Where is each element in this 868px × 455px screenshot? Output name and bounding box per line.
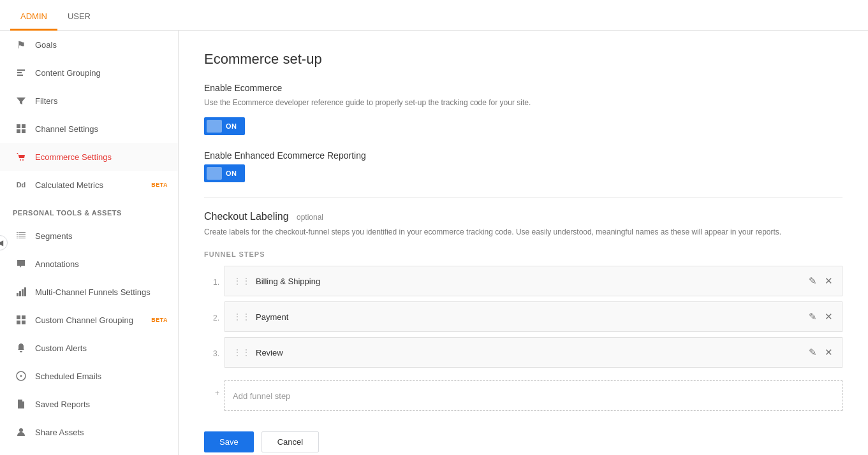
toggle-switch-ecommerce <box>207 120 222 133</box>
add-step-plus: + <box>204 389 219 398</box>
step-edit-button-2[interactable]: ✎ <box>807 310 818 324</box>
step-edit-button-1[interactable]: ✎ <box>807 274 818 288</box>
tab-user[interactable]: USER <box>57 4 101 31</box>
checkout-labeling-section: Checkout Labeling optional Create labels… <box>204 211 842 411</box>
drag-handle-3[interactable]: ⋮⋮ <box>233 347 251 358</box>
personal-tools-section-label: PERSONAL TOOLS & ASSETS <box>0 199 178 222</box>
content-grouping-icon <box>15 66 27 79</box>
sidebar-item-channel-settings[interactable]: Channel Settings <box>0 115 178 143</box>
enable-enhanced-toggle-container: ON <box>204 164 842 182</box>
svg-rect-13 <box>19 238 26 238</box>
sidebar-item-custom-alerts[interactable]: Custom Alerts <box>0 334 178 362</box>
sidebar-label-filters: Filters <box>35 96 168 106</box>
sidebar-item-annotations[interactable]: Annotations <box>0 250 178 278</box>
custom-channel-grouping-icon <box>15 314 27 326</box>
calculated-metrics-beta-badge: BETA <box>151 182 168 188</box>
sidebar-item-custom-channel-grouping[interactable]: Custom Channel Grouping BETA <box>0 306 178 334</box>
sidebar-label-scheduled-emails: Scheduled Emails <box>35 372 168 381</box>
ecommerce-settings-icon <box>15 150 27 163</box>
step-delete-button-1[interactable]: ✕ <box>823 274 834 288</box>
svg-rect-15 <box>19 291 21 296</box>
sidebar-label-custom-channel-grouping: Custom Channel Grouping <box>35 315 149 325</box>
save-button[interactable]: Save <box>204 431 254 452</box>
sidebar-item-goals[interactable]: ⚑ Goals <box>0 31 178 59</box>
svg-point-4 <box>20 159 21 161</box>
step-name-1: Billing & Shipping <box>256 277 807 286</box>
segments-icon <box>15 229 27 242</box>
sidebar-label-content-grouping: Content Grouping <box>35 68 168 78</box>
saved-reports-icon <box>15 398 27 410</box>
sidebar-item-saved-reports[interactable]: Saved Reports <box>0 390 178 418</box>
sidebar-label-saved-reports: Saved Reports <box>35 400 168 409</box>
funnel-step-row-1: 1. ⋮⋮ Billing & Shipping ✎ ✕ <box>204 266 842 299</box>
sidebar-item-segments[interactable]: Segments <box>0 222 178 250</box>
enable-ecommerce-section: Enable Ecommerce Use the Ecommerce devel… <box>204 83 842 135</box>
sidebar-item-content-grouping[interactable]: Content Grouping <box>0 59 178 87</box>
sidebar-label-share-assets: Share Assets <box>35 428 168 437</box>
sidebar-item-calculated-metrics[interactable]: Dd Calculated Metrics BETA <box>0 171 178 199</box>
svg-point-24 <box>19 428 23 432</box>
toggle-switch-enhanced <box>207 167 222 180</box>
sidebar-label-ecommerce-settings: Ecommerce Settings <box>35 152 168 162</box>
sidebar-item-scheduled-emails[interactable]: Scheduled Emails <box>0 362 178 390</box>
svg-rect-19 <box>22 315 26 319</box>
svg-rect-3 <box>22 129 26 133</box>
main-layout: ◀ ⚑ Goals Content Grouping Filters Chann… <box>0 31 868 455</box>
svg-point-5 <box>22 159 24 161</box>
cancel-button[interactable]: Cancel <box>261 431 319 452</box>
svg-rect-1 <box>22 124 26 128</box>
step-name-3: Review <box>256 348 807 358</box>
sidebar-item-filters[interactable]: Filters <box>0 87 178 115</box>
sidebar-label-channel-settings: Channel Settings <box>35 124 168 134</box>
add-funnel-step-button[interactable]: Add funnel step <box>224 380 842 411</box>
add-funnel-step-label: Add funnel step <box>233 391 290 401</box>
step-name-2: Payment <box>256 312 807 322</box>
sidebar-item-ecommerce-settings[interactable]: Ecommerce Settings <box>0 143 178 171</box>
sidebar-label-multi-channel-funnels: Multi-Channel Funnels Settings <box>35 287 168 297</box>
share-assets-icon <box>15 426 27 438</box>
step-delete-button-3[interactable]: ✕ <box>823 345 834 359</box>
funnel-step-3: ⋮⋮ Review ✎ ✕ <box>224 337 842 368</box>
sidebar-item-multi-channel-funnels[interactable]: Multi-Channel Funnels Settings <box>0 278 178 306</box>
page-title: Ecommerce set-up <box>204 51 842 68</box>
svg-rect-11 <box>19 236 26 236</box>
sidebar-label-segments: Segments <box>35 231 168 241</box>
svg-rect-10 <box>19 234 26 235</box>
svg-rect-16 <box>22 289 24 296</box>
checkout-labeling-desc: Create labels for the checkout-funnel st… <box>204 226 842 238</box>
enable-ecommerce-title: Enable Ecommerce <box>204 83 842 93</box>
svg-rect-7 <box>17 234 18 235</box>
funnel-step-2: ⋮⋮ Payment ✎ ✕ <box>224 301 842 332</box>
sidebar: ◀ ⚑ Goals Content Grouping Filters Chann… <box>0 31 179 455</box>
enable-enhanced-title: Enable Enhanced Ecommerce Reporting <box>204 150 842 161</box>
sidebar-item-share-assets[interactable]: Share Assets <box>0 418 178 446</box>
step-number-3: 3. <box>204 349 219 358</box>
checkout-optional-label: optional <box>297 213 323 222</box>
goals-icon: ⚑ <box>15 38 27 51</box>
sidebar-label-custom-alerts: Custom Alerts <box>35 343 168 353</box>
tab-admin[interactable]: ADMIN <box>10 4 57 31</box>
toggle-label-enhanced: ON <box>226 170 237 177</box>
channel-settings-icon <box>15 122 27 135</box>
drag-handle-1[interactable]: ⋮⋮ <box>233 276 251 286</box>
toggle-label-ecommerce: ON <box>226 122 237 130</box>
funnel-step-row-3: 3. ⋮⋮ Review ✎ ✕ <box>204 337 842 370</box>
section-divider <box>204 198 842 198</box>
svg-rect-0 <box>17 124 20 128</box>
step-delete-button-2[interactable]: ✕ <box>823 310 834 324</box>
svg-rect-18 <box>17 315 20 319</box>
step-edit-button-3[interactable]: ✎ <box>807 345 818 359</box>
step-actions-2: ✎ ✕ <box>807 310 834 324</box>
sidebar-label-calculated-metrics: Calculated Metrics <box>35 180 149 190</box>
top-nav: ADMIN USER <box>0 0 868 31</box>
svg-rect-2 <box>17 129 20 133</box>
main-content: Ecommerce set-up Enable Ecommerce Use th… <box>179 31 868 455</box>
enable-enhanced-toggle[interactable]: ON <box>204 164 245 182</box>
funnel-step-row-2: 2. ⋮⋮ Payment ✎ ✕ <box>204 301 842 335</box>
svg-rect-21 <box>22 321 26 324</box>
drag-handle-2[interactable]: ⋮⋮ <box>233 312 251 322</box>
funnel-steps-list: 1. ⋮⋮ Billing & Shipping ✎ ✕ 2. ⋮⋮ <box>204 266 842 370</box>
calculated-metrics-icon: Dd <box>15 178 27 191</box>
svg-rect-9 <box>19 232 26 233</box>
enable-ecommerce-toggle[interactable]: ON <box>204 117 245 135</box>
